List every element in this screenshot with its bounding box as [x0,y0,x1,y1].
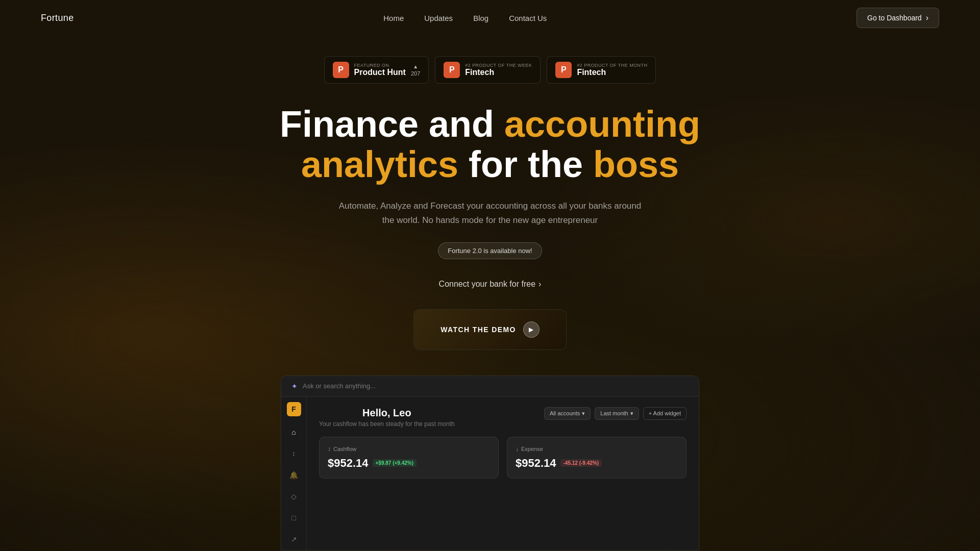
demo-label: WATCH THE DEMO [440,325,516,334]
go-to-dashboard-button[interactable]: Go to Dashboard › [856,8,939,28]
expense-icon: ↓ [516,445,519,453]
sidebar-home-icon[interactable]: ⌂ [288,427,300,438]
triangle-up-icon: ▲ [413,64,418,69]
dashboard-preview: ✦ Ask or search anything... F ⌂ ↕ 🔔 ◇ □ … [281,375,699,550]
sidebar-file-icon[interactable]: □ [288,512,300,523]
cashflow-card: ↕ Cashflow $952.14 +$9.87 (+9.42%) [319,437,499,479]
search-bar[interactable]: ✦ Ask or search anything... [281,376,699,397]
nav-link-home[interactable]: Home [383,14,404,22]
badge-title-week: Fintech [465,68,494,77]
hero-heading-white-2: for the [458,144,593,185]
nav-logo[interactable]: Fortune [41,13,74,23]
sidebar-chart-icon[interactable]: ↕ [288,448,300,459]
last-month-button[interactable]: Last month ▾ [595,407,639,420]
expense-label: Expense [521,446,543,452]
badge-label-featured: FEATURED ON [354,63,406,68]
cashflow-label: Cashflow [333,446,356,452]
chevron-down-icon: ▾ [582,410,585,417]
cashflow-badge: +$9.87 (+9.42%) [373,459,417,467]
connect-bank-link[interactable]: Connect your bank for free › [439,280,542,289]
badge-vote-count: ▲ 207 [411,64,420,77]
badge-label-week: #2 PRODUCT OF THE WEEK [465,63,532,68]
search-sparkle-icon: ✦ [291,382,298,390]
hero-subtext: Automate, Analyze and Forecast your acco… [337,199,643,227]
hero-heading-white-1: Finance and [280,104,504,144]
sidebar-logo: F [287,402,301,416]
sidebar-tag-icon[interactable]: ◇ [288,491,300,502]
play-button-icon[interactable]: ▶ [523,321,540,338]
expense-badge: -45.12 (-9.42%) [560,459,602,467]
badge-week-fintech[interactable]: P #2 PRODUCT OF THE WEEK Fintech [435,56,541,84]
navbar: Fortune Home Updates Blog Contact Us Go … [0,0,980,36]
sidebar-bell-icon[interactable]: 🔔 [288,469,300,481]
dash-main: Hello, Leo Your cashflow has been steady… [307,397,699,550]
connect-arrow-icon: › [538,280,541,289]
hero-heading-gold-2: analytics [301,144,458,185]
nav-link-updates[interactable]: Updates [424,14,453,22]
chevron-down-icon-2: ▾ [630,410,633,417]
ph-logo-icon-3: P [555,62,572,78]
badge-title-product-hunt: Product Hunt [354,68,406,77]
dash-greeting: Hello, Leo [319,407,455,419]
badge-month-fintech[interactable]: P #2 PRODUCT OF THE MONTH Fintech [547,56,656,84]
nav-link-blog[interactable]: Blog [473,14,488,22]
dash-controls: All accounts ▾ Last month ▾ + Add widget [544,407,687,420]
product-hunt-badges: P FEATURED ON Product Hunt ▲ 207 P #2 PR… [324,56,656,84]
ph-logo-icon: P [333,62,349,78]
hero-heading-gold-3: boss [593,144,679,185]
dash-sidebar: F ⌂ ↕ 🔔 ◇ □ ↗ [281,397,307,550]
ph-logo-icon-2: P [444,62,460,78]
watch-demo-area[interactable]: WATCH THE DEMO ▶ [413,309,567,350]
cashflow-amount: $952.14 [328,457,369,470]
search-input-placeholder: Ask or search anything... [303,382,376,390]
add-widget-button[interactable]: + Add widget [643,407,687,420]
badge-title-month: Fintech [577,68,606,77]
hero-section: P FEATURED ON Product Hunt ▲ 207 P #2 PR… [0,36,980,550]
cashflow-icon: ↕ [328,445,331,453]
expense-amount: $952.14 [516,457,556,470]
nav-link-contact[interactable]: Contact Us [509,14,547,22]
expense-card: ↓ Expense $952.14 -45.12 (-9.42%) [507,437,687,479]
all-accounts-button[interactable]: All accounts ▾ [544,407,591,420]
sidebar-export-icon[interactable]: ↗ [288,534,300,545]
arrow-icon: › [926,13,928,22]
nav-links: Home Updates Blog Contact Us [383,14,547,22]
hero-heading-gold-1: accounting [504,104,700,144]
hero-heading: Finance and accounting analytics for the… [280,104,700,185]
version-badge[interactable]: Fortune 2.0 is available now! [438,242,542,259]
badge-label-month: #2 PRODUCT OF THE MONTH [577,63,647,68]
badge-featured-product-hunt[interactable]: P FEATURED ON Product Hunt ▲ 207 [324,56,429,84]
dash-subtitle: Your cashflow has been steady for the pa… [319,420,455,428]
